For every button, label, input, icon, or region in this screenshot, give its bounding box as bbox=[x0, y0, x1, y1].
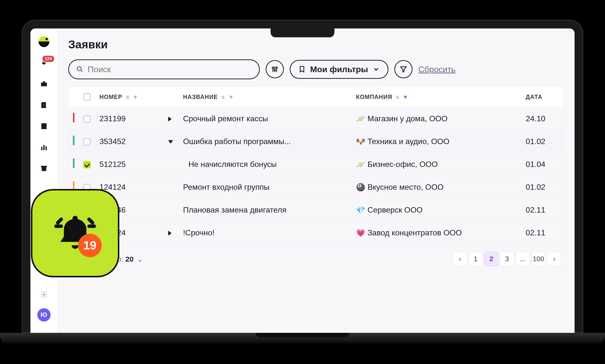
nav-settings[interactable] bbox=[39, 289, 49, 300]
cell-name: Срочный ремонт кассы bbox=[179, 107, 351, 130]
svg-point-0 bbox=[43, 294, 45, 296]
building-icon bbox=[40, 122, 48, 130]
row-expander[interactable] bbox=[168, 117, 172, 121]
table-row[interactable]: 658546 Плановая замена двигателя 💎Сервер… bbox=[69, 199, 564, 221]
nav-analytics[interactable] bbox=[39, 142, 49, 153]
page-prev[interactable]: ‹ bbox=[453, 252, 467, 266]
bookmark-icon bbox=[298, 66, 306, 73]
nav-checklist[interactable] bbox=[39, 100, 49, 110]
cell-number: 231199 bbox=[95, 107, 164, 130]
filter-funnel-button[interactable] bbox=[394, 60, 412, 78]
filter-icon: ▾ bbox=[230, 94, 233, 100]
company-emoji-icon: 🪐 bbox=[356, 115, 365, 123]
row-status-stripe bbox=[73, 135, 74, 145]
cell-company: 🐶Техника и аудио, ООО bbox=[352, 130, 521, 153]
sliders-icon bbox=[271, 66, 278, 73]
cell-date: 01.02 bbox=[521, 130, 564, 153]
nav-building[interactable] bbox=[39, 121, 49, 132]
notifications-badge: 124 bbox=[42, 55, 55, 63]
my-filters-label: Мои фильтры bbox=[310, 65, 368, 74]
row-checkbox[interactable] bbox=[83, 115, 91, 123]
user-avatar[interactable]: Ю bbox=[37, 308, 51, 322]
cell-date: 01.04 bbox=[521, 153, 564, 176]
toolbar: Мои фильтры Сбросить bbox=[68, 59, 564, 79]
company-emoji-icon: 💎 bbox=[356, 206, 365, 214]
svg-point-3 bbox=[274, 69, 275, 71]
filter-icon: ▾ bbox=[134, 94, 137, 100]
reset-filters-link[interactable]: Сбросить bbox=[418, 65, 455, 74]
row-expander[interactable] bbox=[168, 231, 172, 236]
sort-icon: ⇅ bbox=[126, 95, 130, 100]
settings-sliders-button[interactable] bbox=[266, 60, 284, 78]
nav-briefcase[interactable] bbox=[39, 79, 49, 89]
cell-name: Плановая замена двигателя bbox=[179, 199, 351, 221]
row-checkbox[interactable] bbox=[83, 138, 91, 146]
cell-company: 🎱Вкусное место, ООО bbox=[352, 176, 521, 199]
archive-icon bbox=[40, 165, 48, 172]
cell-name: Не начисляются бонусы bbox=[179, 153, 351, 176]
page-next[interactable]: › bbox=[547, 252, 561, 266]
notifications-bubble[interactable]: 19 bbox=[31, 189, 119, 277]
page-number: ... bbox=[516, 252, 530, 266]
cell-name: Ошибка работы программы... bbox=[179, 130, 351, 153]
cell-company: 💎Серверск ООО bbox=[352, 199, 521, 221]
row-checkbox[interactable] bbox=[83, 161, 91, 168]
select-all-checkbox[interactable] bbox=[83, 93, 91, 101]
cell-date: 24.10 bbox=[521, 107, 564, 130]
page-title: Заявки bbox=[68, 38, 564, 51]
funnel-icon bbox=[400, 66, 407, 73]
col-date[interactable]: ДАТА bbox=[521, 87, 564, 107]
table-row[interactable]: 124124 Ремонт входной группы 🎱Вкусное ме… bbox=[69, 176, 564, 199]
sort-icon: ⇅ bbox=[396, 95, 399, 100]
search-field[interactable] bbox=[68, 59, 260, 79]
main-content: Заявки Мои фильтры bbox=[57, 28, 575, 333]
cell-number: 353452 bbox=[95, 130, 164, 153]
app-screen: 124 bbox=[30, 28, 575, 333]
briefcase-icon bbox=[40, 80, 48, 88]
search-input[interactable] bbox=[88, 65, 252, 74]
notifications-bubble-count: 19 bbox=[78, 234, 102, 257]
sort-icon: ⇅ bbox=[221, 95, 225, 100]
cell-company: 🪐Магазин у дома, ООО bbox=[352, 107, 521, 130]
cell-number: 512125 bbox=[95, 153, 164, 176]
svg-point-2 bbox=[272, 67, 274, 69]
col-number[interactable]: НОМЕР ⇅ ▾ bbox=[95, 87, 164, 107]
col-name[interactable]: НАЗВАНИЕ ⇅ ▾ bbox=[179, 87, 351, 107]
company-emoji-icon: 🪐 bbox=[356, 160, 365, 168]
gear-icon bbox=[40, 291, 48, 298]
cell-company: 🪐Бизнес-офис, ООО bbox=[352, 153, 521, 176]
bars-icon bbox=[40, 144, 48, 151]
sidebar: 124 bbox=[30, 28, 57, 333]
page-number[interactable]: 1 bbox=[468, 252, 483, 266]
page-number[interactable]: 3 bbox=[500, 252, 514, 266]
laptop-notch bbox=[271, 28, 334, 37]
nav-archive[interactable] bbox=[39, 163, 49, 174]
page-number[interactable]: 2 bbox=[484, 252, 498, 266]
row-status-stripe bbox=[73, 113, 74, 122]
company-emoji-icon: 🐶 bbox=[356, 137, 365, 146]
requests-table: НОМЕР ⇅ ▾ НАЗВАНИЕ ⇅ ▾ bbox=[68, 87, 564, 245]
my-filters-dropdown[interactable]: Мои фильтры bbox=[290, 60, 388, 79]
row-expander[interactable] bbox=[168, 140, 173, 144]
table-row[interactable]: 231199 Срочный ремонт кассы 🪐Магазин у д… bbox=[69, 107, 564, 130]
table-row[interactable]: 325324 !Срочно! 💗Завод концентратов ООО … bbox=[69, 221, 564, 244]
table-row[interactable]: 512125 Не начисляются бонусы 🪐Бизнес-офи… bbox=[69, 153, 564, 176]
svg-point-1 bbox=[77, 67, 81, 70]
cell-date: 02.11 bbox=[521, 199, 564, 221]
filter-icon-active: ▾ bbox=[404, 94, 407, 100]
table-row[interactable]: 353452 Ошибка работы программы... 🐶Техни… bbox=[69, 130, 564, 153]
laptop-base bbox=[0, 333, 605, 345]
cell-company: 💗Завод концентратов ООО bbox=[352, 221, 521, 244]
nav-notifications[interactable]: 124 bbox=[39, 57, 49, 68]
chevron-down-icon bbox=[372, 66, 380, 73]
col-company[interactable]: КОМПАНИЯ ⇅ ▾ bbox=[352, 87, 521, 107]
cell-name: Ремонт входной группы bbox=[179, 176, 351, 199]
page-number[interactable]: 100 bbox=[531, 252, 546, 266]
cell-date: 02.11 bbox=[521, 221, 564, 244]
checklist-icon bbox=[40, 101, 48, 109]
app-logo[interactable] bbox=[39, 36, 49, 47]
laptop-mockup: 124 bbox=[22, 20, 583, 345]
table-footer: Показывать по: 20 ⌄ ‹ 123...100 › bbox=[68, 244, 564, 266]
company-emoji-icon: 🎱 bbox=[356, 183, 365, 191]
company-emoji-icon: 💗 bbox=[356, 229, 365, 237]
